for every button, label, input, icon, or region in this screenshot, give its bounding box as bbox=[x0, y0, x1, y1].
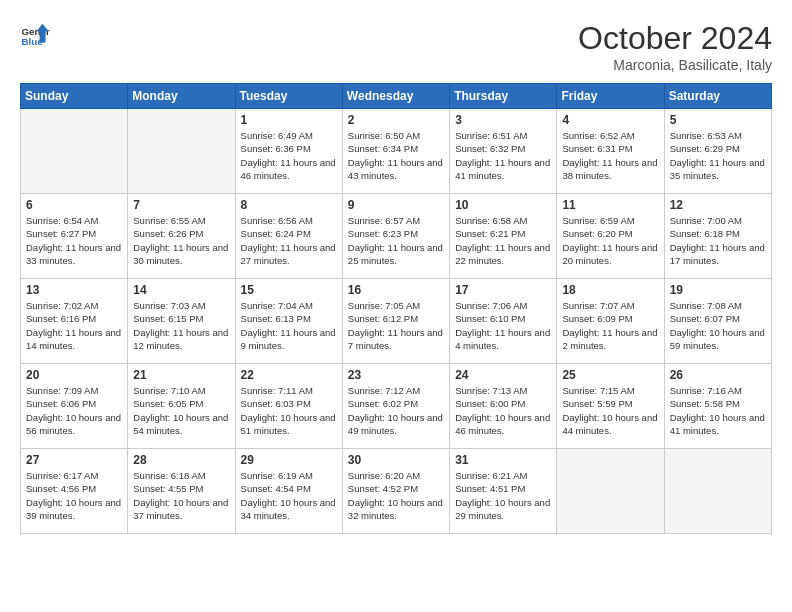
calendar-day-cell: 4 Sunrise: 6:52 AM Sunset: 6:31 PM Dayli… bbox=[557, 109, 664, 194]
day-info: Sunrise: 7:08 AM Sunset: 6:07 PM Dayligh… bbox=[670, 299, 766, 352]
day-info: Sunrise: 7:13 AM Sunset: 6:00 PM Dayligh… bbox=[455, 384, 551, 437]
day-header: Friday bbox=[557, 84, 664, 109]
day-info: Sunrise: 6:50 AM Sunset: 6:34 PM Dayligh… bbox=[348, 129, 444, 182]
calendar-day-cell: 3 Sunrise: 6:51 AM Sunset: 6:32 PM Dayli… bbox=[450, 109, 557, 194]
calendar-day-cell: 15 Sunrise: 7:04 AM Sunset: 6:13 PM Dayl… bbox=[235, 279, 342, 364]
day-number: 12 bbox=[670, 198, 766, 212]
day-header: Saturday bbox=[664, 84, 771, 109]
day-number: 19 bbox=[670, 283, 766, 297]
day-number: 21 bbox=[133, 368, 229, 382]
day-info: Sunrise: 7:16 AM Sunset: 5:58 PM Dayligh… bbox=[670, 384, 766, 437]
day-info: Sunrise: 6:21 AM Sunset: 4:51 PM Dayligh… bbox=[455, 469, 551, 522]
calendar-day-cell: 17 Sunrise: 7:06 AM Sunset: 6:10 PM Dayl… bbox=[450, 279, 557, 364]
day-number: 24 bbox=[455, 368, 551, 382]
day-number: 17 bbox=[455, 283, 551, 297]
day-number: 15 bbox=[241, 283, 337, 297]
day-number: 4 bbox=[562, 113, 658, 127]
day-info: Sunrise: 7:04 AM Sunset: 6:13 PM Dayligh… bbox=[241, 299, 337, 352]
day-info: Sunrise: 7:11 AM Sunset: 6:03 PM Dayligh… bbox=[241, 384, 337, 437]
day-number: 5 bbox=[670, 113, 766, 127]
day-info: Sunrise: 6:55 AM Sunset: 6:26 PM Dayligh… bbox=[133, 214, 229, 267]
day-info: Sunrise: 6:52 AM Sunset: 6:31 PM Dayligh… bbox=[562, 129, 658, 182]
day-number: 30 bbox=[348, 453, 444, 467]
day-number: 11 bbox=[562, 198, 658, 212]
calendar-day-cell: 28 Sunrise: 6:18 AM Sunset: 4:55 PM Dayl… bbox=[128, 449, 235, 534]
day-info: Sunrise: 6:20 AM Sunset: 4:52 PM Dayligh… bbox=[348, 469, 444, 522]
day-info: Sunrise: 7:12 AM Sunset: 6:02 PM Dayligh… bbox=[348, 384, 444, 437]
day-header: Thursday bbox=[450, 84, 557, 109]
calendar-week-row: 27 Sunrise: 6:17 AM Sunset: 4:56 PM Dayl… bbox=[21, 449, 772, 534]
month-title: October 2024 bbox=[578, 20, 772, 57]
calendar-day-cell: 26 Sunrise: 7:16 AM Sunset: 5:58 PM Dayl… bbox=[664, 364, 771, 449]
day-info: Sunrise: 6:57 AM Sunset: 6:23 PM Dayligh… bbox=[348, 214, 444, 267]
day-number: 3 bbox=[455, 113, 551, 127]
day-header: Wednesday bbox=[342, 84, 449, 109]
calendar-day-cell: 1 Sunrise: 6:49 AM Sunset: 6:36 PM Dayli… bbox=[235, 109, 342, 194]
day-info: Sunrise: 6:53 AM Sunset: 6:29 PM Dayligh… bbox=[670, 129, 766, 182]
day-header: Tuesday bbox=[235, 84, 342, 109]
day-number: 25 bbox=[562, 368, 658, 382]
day-header: Sunday bbox=[21, 84, 128, 109]
day-number: 22 bbox=[241, 368, 337, 382]
day-number: 2 bbox=[348, 113, 444, 127]
day-info: Sunrise: 6:58 AM Sunset: 6:21 PM Dayligh… bbox=[455, 214, 551, 267]
calendar-day-cell: 20 Sunrise: 7:09 AM Sunset: 6:06 PM Dayl… bbox=[21, 364, 128, 449]
day-info: Sunrise: 7:06 AM Sunset: 6:10 PM Dayligh… bbox=[455, 299, 551, 352]
calendar-table: SundayMondayTuesdayWednesdayThursdayFrid… bbox=[20, 83, 772, 534]
calendar-day-cell: 11 Sunrise: 6:59 AM Sunset: 6:20 PM Dayl… bbox=[557, 194, 664, 279]
calendar-header-row: SundayMondayTuesdayWednesdayThursdayFrid… bbox=[21, 84, 772, 109]
day-number: 31 bbox=[455, 453, 551, 467]
calendar-week-row: 20 Sunrise: 7:09 AM Sunset: 6:06 PM Dayl… bbox=[21, 364, 772, 449]
calendar-day-cell: 27 Sunrise: 6:17 AM Sunset: 4:56 PM Dayl… bbox=[21, 449, 128, 534]
day-info: Sunrise: 6:17 AM Sunset: 4:56 PM Dayligh… bbox=[26, 469, 122, 522]
day-number: 6 bbox=[26, 198, 122, 212]
calendar-day-cell: 22 Sunrise: 7:11 AM Sunset: 6:03 PM Dayl… bbox=[235, 364, 342, 449]
calendar-day-cell: 21 Sunrise: 7:10 AM Sunset: 6:05 PM Dayl… bbox=[128, 364, 235, 449]
day-info: Sunrise: 6:49 AM Sunset: 6:36 PM Dayligh… bbox=[241, 129, 337, 182]
calendar-day-cell: 8 Sunrise: 6:56 AM Sunset: 6:24 PM Dayli… bbox=[235, 194, 342, 279]
day-number: 28 bbox=[133, 453, 229, 467]
day-info: Sunrise: 6:54 AM Sunset: 6:27 PM Dayligh… bbox=[26, 214, 122, 267]
calendar-day-cell bbox=[664, 449, 771, 534]
title-block: October 2024 Marconia, Basilicate, Italy bbox=[578, 20, 772, 73]
calendar-day-cell: 31 Sunrise: 6:21 AM Sunset: 4:51 PM Dayl… bbox=[450, 449, 557, 534]
day-info: Sunrise: 7:10 AM Sunset: 6:05 PM Dayligh… bbox=[133, 384, 229, 437]
day-info: Sunrise: 7:05 AM Sunset: 6:12 PM Dayligh… bbox=[348, 299, 444, 352]
day-info: Sunrise: 7:15 AM Sunset: 5:59 PM Dayligh… bbox=[562, 384, 658, 437]
calendar-day-cell bbox=[557, 449, 664, 534]
day-number: 23 bbox=[348, 368, 444, 382]
calendar-day-cell: 16 Sunrise: 7:05 AM Sunset: 6:12 PM Dayl… bbox=[342, 279, 449, 364]
day-number: 14 bbox=[133, 283, 229, 297]
calendar-day-cell: 6 Sunrise: 6:54 AM Sunset: 6:27 PM Dayli… bbox=[21, 194, 128, 279]
calendar-day-cell: 30 Sunrise: 6:20 AM Sunset: 4:52 PM Dayl… bbox=[342, 449, 449, 534]
calendar-week-row: 1 Sunrise: 6:49 AM Sunset: 6:36 PM Dayli… bbox=[21, 109, 772, 194]
calendar-day-cell bbox=[21, 109, 128, 194]
day-info: Sunrise: 6:19 AM Sunset: 4:54 PM Dayligh… bbox=[241, 469, 337, 522]
day-number: 13 bbox=[26, 283, 122, 297]
day-info: Sunrise: 7:09 AM Sunset: 6:06 PM Dayligh… bbox=[26, 384, 122, 437]
calendar-day-cell: 23 Sunrise: 7:12 AM Sunset: 6:02 PM Dayl… bbox=[342, 364, 449, 449]
calendar-day-cell: 9 Sunrise: 6:57 AM Sunset: 6:23 PM Dayli… bbox=[342, 194, 449, 279]
logo: General Blue bbox=[20, 20, 50, 50]
day-number: 1 bbox=[241, 113, 337, 127]
day-number: 16 bbox=[348, 283, 444, 297]
calendar-week-row: 13 Sunrise: 7:02 AM Sunset: 6:16 PM Dayl… bbox=[21, 279, 772, 364]
day-number: 26 bbox=[670, 368, 766, 382]
day-number: 20 bbox=[26, 368, 122, 382]
day-info: Sunrise: 7:00 AM Sunset: 6:18 PM Dayligh… bbox=[670, 214, 766, 267]
day-number: 18 bbox=[562, 283, 658, 297]
calendar-day-cell: 14 Sunrise: 7:03 AM Sunset: 6:15 PM Dayl… bbox=[128, 279, 235, 364]
location-subtitle: Marconia, Basilicate, Italy bbox=[578, 57, 772, 73]
calendar-day-cell: 7 Sunrise: 6:55 AM Sunset: 6:26 PM Dayli… bbox=[128, 194, 235, 279]
calendar-day-cell: 18 Sunrise: 7:07 AM Sunset: 6:09 PM Dayl… bbox=[557, 279, 664, 364]
day-info: Sunrise: 6:56 AM Sunset: 6:24 PM Dayligh… bbox=[241, 214, 337, 267]
day-info: Sunrise: 6:51 AM Sunset: 6:32 PM Dayligh… bbox=[455, 129, 551, 182]
day-header: Monday bbox=[128, 84, 235, 109]
logo-icon: General Blue bbox=[20, 20, 50, 50]
calendar-day-cell: 24 Sunrise: 7:13 AM Sunset: 6:00 PM Dayl… bbox=[450, 364, 557, 449]
calendar-day-cell: 13 Sunrise: 7:02 AM Sunset: 6:16 PM Dayl… bbox=[21, 279, 128, 364]
calendar-day-cell: 19 Sunrise: 7:08 AM Sunset: 6:07 PM Dayl… bbox=[664, 279, 771, 364]
day-number: 7 bbox=[133, 198, 229, 212]
day-info: Sunrise: 6:18 AM Sunset: 4:55 PM Dayligh… bbox=[133, 469, 229, 522]
day-number: 27 bbox=[26, 453, 122, 467]
